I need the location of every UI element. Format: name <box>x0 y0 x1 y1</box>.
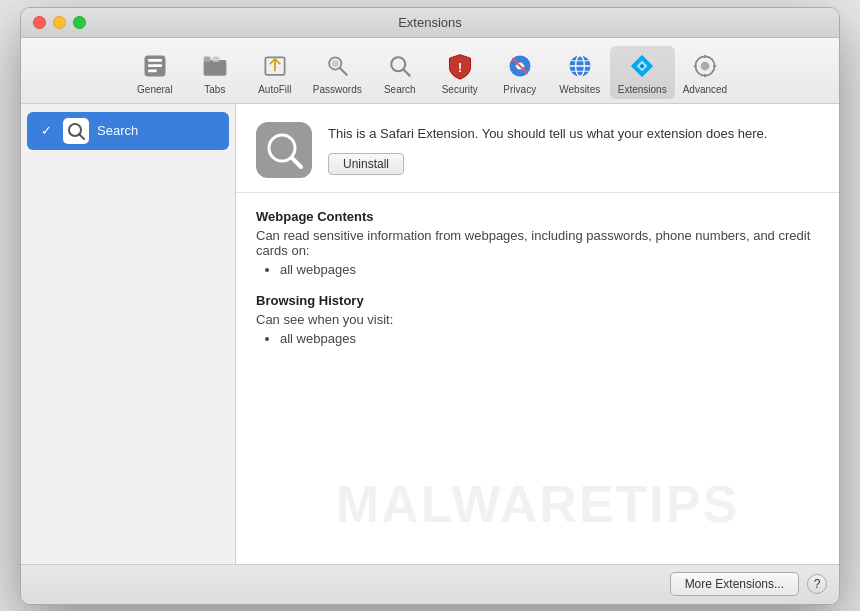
toolbar-item-passwords[interactable]: Passwords <box>305 46 370 99</box>
svg-rect-6 <box>212 56 219 61</box>
uninstall-button[interactable]: Uninstall <box>328 153 404 175</box>
browsing-history-desc: Can see when you visit: <box>256 312 819 327</box>
privacy-icon <box>504 50 536 82</box>
svg-line-10 <box>340 67 347 74</box>
svg-rect-5 <box>203 56 210 61</box>
security-icon: ! <box>444 50 476 82</box>
maximize-button[interactable] <box>73 16 86 29</box>
svg-rect-1 <box>148 59 162 62</box>
websites-label: Websites <box>559 84 600 95</box>
extension-header: This is a Safari Extension. You should t… <box>236 104 839 193</box>
extensions-icon <box>626 50 658 82</box>
svg-line-29 <box>79 134 84 139</box>
list-item: all webpages <box>280 331 819 346</box>
general-label: General <box>137 84 173 95</box>
extension-name: Search <box>97 123 138 138</box>
svg-rect-27 <box>713 65 717 67</box>
passwords-label: Passwords <box>313 84 362 95</box>
extension-permissions: Webpage Contents Can read sensitive info… <box>236 193 839 378</box>
svg-line-13 <box>403 69 409 75</box>
window-title: Extensions <box>398 15 462 30</box>
toolbar: General Tabs AutoFill <box>21 38 839 104</box>
minimize-button[interactable] <box>53 16 66 29</box>
svg-rect-4 <box>203 59 226 75</box>
passwords-icon <box>321 50 353 82</box>
help-button[interactable]: ? <box>807 574 827 594</box>
permission-webpage-contents: Webpage Contents Can read sensitive info… <box>256 209 819 277</box>
watermark: MALWARETIPS <box>336 474 739 534</box>
toolbar-item-websites[interactable]: Websites <box>550 46 610 99</box>
toolbar-item-security[interactable]: ! Security <box>430 46 490 99</box>
svg-text:!: ! <box>458 61 462 75</box>
close-button[interactable] <box>33 16 46 29</box>
general-icon <box>139 50 171 82</box>
webpage-contents-list: all webpages <box>256 262 819 277</box>
privacy-label: Privacy <box>503 84 536 95</box>
extensions-label: Extensions <box>618 84 667 95</box>
tabs-label: Tabs <box>204 84 225 95</box>
svg-point-23 <box>701 61 710 70</box>
safari-preferences-window: Extensions General T <box>20 7 840 605</box>
search-label: Search <box>384 84 416 95</box>
websites-icon <box>564 50 596 82</box>
advanced-label: Advanced <box>683 84 727 95</box>
enabled-check-icon: ✓ <box>37 122 55 140</box>
list-item: all webpages <box>280 262 819 277</box>
search-icon <box>384 50 416 82</box>
svg-rect-26 <box>694 65 698 67</box>
toolbar-item-tabs[interactable]: Tabs <box>185 46 245 99</box>
extension-description: This is a Safari Extension. You should t… <box>328 124 819 144</box>
browsing-history-list: all webpages <box>256 331 819 346</box>
footer: More Extensions... ? <box>21 564 839 604</box>
tabs-icon <box>199 50 231 82</box>
security-label: Security <box>442 84 478 95</box>
toolbar-item-general[interactable]: General <box>125 46 185 99</box>
extension-detail-panel: This is a Safari Extension. You should t… <box>236 104 839 564</box>
extension-icon <box>63 118 89 144</box>
titlebar: Extensions <box>21 8 839 38</box>
svg-rect-2 <box>148 64 162 67</box>
svg-line-31 <box>292 158 301 167</box>
toolbar-item-autofill[interactable]: AutoFill <box>245 46 305 99</box>
svg-rect-25 <box>704 73 706 77</box>
webpage-contents-title: Webpage Contents <box>256 209 819 224</box>
autofill-icon <box>259 50 291 82</box>
toolbar-item-privacy[interactable]: Privacy <box>490 46 550 99</box>
webpage-contents-desc: Can read sensitive information from webp… <box>256 228 819 258</box>
svg-point-11 <box>332 59 339 66</box>
browsing-history-title: Browsing History <box>256 293 819 308</box>
autofill-label: AutoFill <box>258 84 291 95</box>
svg-rect-24 <box>704 54 706 58</box>
extension-large-icon <box>256 122 312 178</box>
permission-browsing-history: Browsing History Can see when you visit:… <box>256 293 819 346</box>
toolbar-item-extensions[interactable]: Extensions <box>610 46 675 99</box>
toolbar-item-advanced[interactable]: Advanced <box>675 46 735 99</box>
extension-info: This is a Safari Extension. You should t… <box>328 122 819 176</box>
content-area: ✓ Search <box>21 104 839 564</box>
svg-rect-3 <box>148 69 157 72</box>
toolbar-item-search[interactable]: Search <box>370 46 430 99</box>
window-controls <box>33 16 86 29</box>
more-extensions-button[interactable]: More Extensions... <box>670 572 799 596</box>
extensions-sidebar: ✓ Search <box>21 104 236 564</box>
advanced-icon <box>689 50 721 82</box>
sidebar-item-search[interactable]: ✓ Search <box>27 112 229 150</box>
